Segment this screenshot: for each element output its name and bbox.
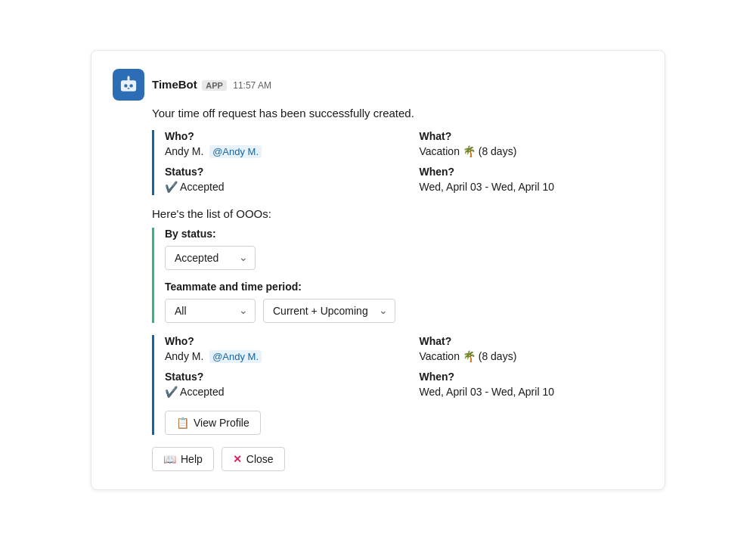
second-who-label: Who?: [165, 335, 389, 347]
who-mention: @Andy M.: [209, 145, 262, 158]
status-value: ✔️ Accepted: [165, 179, 389, 195]
view-profile-label: View Profile: [194, 417, 249, 429]
teammate-dropdown-wrapper[interactable]: All Andy M. Team: [165, 299, 256, 323]
svg-point-2: [129, 85, 132, 88]
when-label: When?: [420, 166, 644, 178]
bot-timestamp: 11:57 AM: [233, 80, 271, 91]
second-who-section: Who? Andy M. @Andy M.: [165, 335, 389, 365]
svg-point-5: [128, 76, 130, 79]
second-info-card: Who? Andy M. @Andy M. What? Vacation 🌴 (…: [152, 335, 643, 435]
view-profile-button[interactable]: 📋 View Profile: [165, 411, 261, 435]
teammate-filter-row: All Andy M. Team Current + Upcoming Curr…: [165, 299, 643, 323]
view-profile-wrapper: 📋 View Profile: [165, 411, 643, 435]
second-who-name: Andy M.: [165, 350, 203, 362]
second-when-label: When?: [420, 371, 644, 383]
second-when-value: Wed, April 03 - Wed, April 10: [420, 384, 644, 400]
close-button[interactable]: ✕ Close: [222, 447, 285, 471]
status-dropdown[interactable]: Accepted Pending Denied: [165, 246, 256, 270]
when-value: Wed, April 03 - Wed, April 10: [420, 179, 644, 195]
bot-header: TimeBot APP 11:57 AM: [113, 69, 643, 101]
filter-card: By status: Accepted Pending Denied Teamm…: [152, 228, 643, 323]
who-label: Who?: [165, 130, 389, 142]
second-card-grid: Who? Andy M. @Andy M. What? Vacation 🌴 (…: [165, 335, 643, 400]
who-value: Andy M. @Andy M.: [165, 144, 389, 160]
bottom-actions: 📖 Help ✕ Close: [152, 447, 643, 471]
close-label: Close: [246, 453, 274, 465]
first-card-grid: Who? Andy M. @Andy M. What? Vacation 🌴 (…: [165, 130, 643, 195]
what-label: What?: [420, 130, 644, 142]
svg-rect-3: [128, 88, 130, 89]
teammate-dropdown[interactable]: All Andy M. Team: [165, 299, 256, 323]
who-name: Andy M.: [165, 145, 203, 157]
when-section: When? Wed, April 03 - Wed, April 10: [420, 166, 644, 195]
svg-point-1: [124, 85, 127, 88]
bot-name-group: TimeBot APP 11:57 AM: [152, 78, 271, 92]
status-filter-label: By status:: [165, 228, 643, 240]
success-message: Your time off request has been successfu…: [152, 105, 643, 123]
close-icon: ✕: [233, 453, 242, 465]
bot-app-badge: APP: [202, 80, 227, 91]
chat-container: TimeBot APP 11:57 AM Your time off reque…: [91, 50, 665, 490]
second-who-mention: @Andy M.: [209, 350, 262, 363]
ooo-section-text: Here's the list of OOOs:: [152, 207, 643, 220]
second-who-value: Andy M. @Andy M.: [165, 349, 389, 365]
svg-rect-0: [121, 80, 136, 91]
status-dropdown-wrapper[interactable]: Accepted Pending Denied: [165, 246, 256, 270]
second-status-value: ✔️ Accepted: [165, 384, 389, 400]
bot-name: TimeBot: [152, 78, 197, 91]
status-filter-row: Accepted Pending Denied: [165, 246, 643, 270]
period-dropdown-wrapper[interactable]: Current + Upcoming Current Upcoming Past: [263, 299, 395, 323]
what-value: Vacation 🌴 (8 days): [420, 144, 644, 160]
second-what-value: Vacation 🌴 (8 days): [420, 349, 644, 365]
status-section: Status? ✔️ Accepted: [165, 166, 389, 195]
second-status-label: Status?: [165, 371, 389, 383]
second-what-section: What? Vacation 🌴 (8 days): [420, 335, 644, 365]
help-button[interactable]: 📖 Help: [152, 447, 214, 471]
second-status-section: Status? ✔️ Accepted: [165, 371, 389, 400]
first-info-card: Who? Andy M. @Andy M. What? Vacation 🌴 (…: [152, 130, 643, 195]
second-what-label: What?: [420, 335, 644, 347]
what-section: What? Vacation 🌴 (8 days): [420, 130, 644, 160]
second-when-section: When? Wed, April 03 - Wed, April 10: [420, 371, 644, 400]
status-label: Status?: [165, 166, 389, 178]
who-section: Who? Andy M. @Andy M.: [165, 130, 389, 160]
help-label: Help: [181, 453, 203, 465]
teammate-filter-label: Teammate and time period:: [165, 281, 643, 293]
view-profile-icon: 📋: [176, 417, 189, 429]
bot-avatar: [113, 69, 144, 101]
help-icon: 📖: [163, 453, 176, 465]
period-dropdown[interactable]: Current + Upcoming Current Upcoming Past: [263, 299, 395, 323]
